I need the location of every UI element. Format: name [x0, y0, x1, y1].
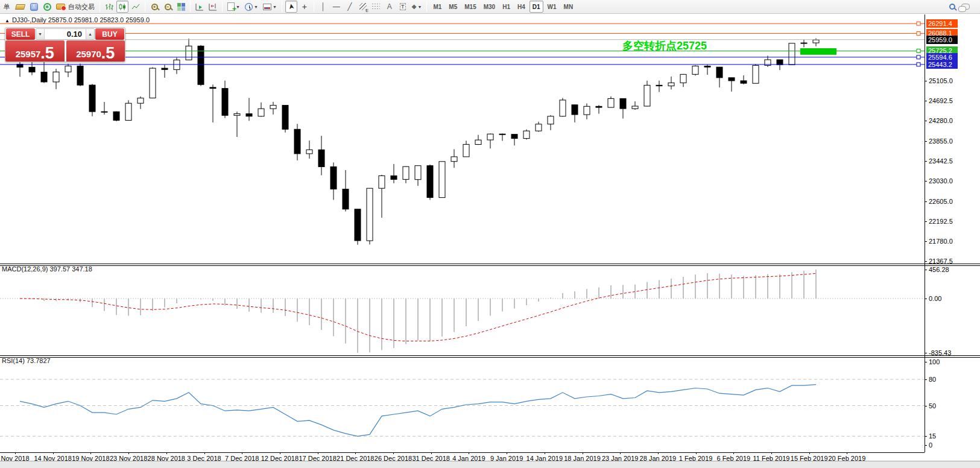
chart-bottom-border — [0, 452, 925, 453]
crosshair-button[interactable]: + — [299, 1, 311, 13]
volume-field[interactable]: 0.10 — [45, 29, 86, 39]
candle — [391, 176, 397, 179]
price-scale-label: 22605.0 — [929, 198, 953, 206]
candle — [379, 176, 385, 188]
chart-title: ▲DJ30-,Daily 25875.0 25981.0 25823.0 259… — [5, 16, 150, 24]
pane-separator[interactable] — [0, 264, 980, 264]
buy-price: 25970 — [76, 47, 101, 62]
candle — [463, 144, 469, 157]
price-line-label: 25443.2 — [926, 60, 958, 69]
candle — [741, 81, 747, 83]
templates-button[interactable]: ▼ — [261, 1, 279, 13]
candle — [680, 74, 686, 83]
candle — [198, 46, 204, 84]
timeframe-m15[interactable]: M15 — [461, 1, 479, 13]
new-order-button[interactable]: 单 — [1, 1, 13, 13]
candle — [668, 83, 674, 86]
tile-windows-icon[interactable] — [175, 1, 187, 13]
sell-price-panel[interactable]: 25957.5 — [5, 40, 65, 62]
autotrade-label: 自动交易 — [68, 2, 95, 11]
trendline-button[interactable]: ╱ — [344, 1, 356, 13]
gold-bar-icon[interactable] — [14, 1, 27, 13]
one-click-trading-panel: SELL ▼ 0.10 ▲ BUY 25957.5 25970.5 — [5, 27, 125, 62]
vertical-line-button[interactable]: │ — [317, 1, 329, 13]
chart-shift-icon[interactable] — [207, 1, 219, 13]
candle — [318, 150, 324, 166]
bar-chart-icon[interactable] — [103, 1, 115, 13]
candle — [584, 106, 590, 115]
timeframe-mn[interactable]: MN — [561, 1, 577, 13]
line-handle[interactable] — [917, 31, 920, 35]
candle — [560, 100, 566, 116]
pane-separator[interactable] — [0, 265, 980, 266]
periods-button[interactable]: ▼ — [243, 1, 260, 13]
candle — [65, 66, 71, 72]
line-handle[interactable] — [917, 63, 920, 66]
zoom-in-icon[interactable]: + — [148, 1, 160, 13]
candle — [258, 109, 264, 116]
autotrade-button[interactable]: 自动交易 — [54, 1, 96, 13]
candle — [439, 162, 445, 198]
highlight-rect[interactable] — [800, 48, 836, 55]
candle — [403, 166, 409, 179]
candle — [813, 40, 819, 43]
buy-price-frac: .5 — [101, 45, 115, 62]
candle — [487, 134, 493, 140]
channel-button[interactable]: E — [357, 1, 369, 13]
auto-scroll-icon[interactable] — [194, 1, 206, 13]
price-axis-line — [925, 14, 925, 452]
volume-down-button[interactable]: ▼ — [36, 29, 45, 39]
autotrade-folder-icon — [56, 4, 65, 10]
candle — [427, 166, 433, 198]
arrows-button[interactable]: ◆▼ — [410, 1, 424, 13]
rsi-scale-label: 0 — [929, 441, 932, 449]
timeframe-d1[interactable]: D1 — [530, 1, 543, 13]
indicators-button[interactable]: +▼ — [226, 1, 242, 13]
candle — [186, 46, 192, 60]
search-icon[interactable] — [946, 1, 958, 13]
volume-stepper: ▼ 0.10 ▲ — [36, 28, 95, 40]
signal-icon[interactable]: ◉ — [41, 1, 53, 13]
timeframe-m30[interactable]: M30 — [481, 1, 498, 13]
candle — [511, 134, 517, 139]
chart-canvas[interactable] — [0, 14, 980, 452]
rsi-label: RSI(14) 73.7827 — [2, 357, 51, 364]
chat-icon[interactable] — [959, 1, 972, 13]
buy-button[interactable]: BUY — [95, 28, 124, 40]
candle — [777, 60, 783, 65]
line-chart-icon[interactable] — [130, 1, 142, 13]
pane-separator[interactable] — [0, 355, 980, 356]
buy-price-panel[interactable]: 25970.5 — [66, 40, 125, 62]
chart-annotation[interactable]: 多空转折点25725 — [622, 39, 707, 53]
timeframe-w1[interactable]: W1 — [545, 1, 560, 13]
candle — [620, 98, 626, 109]
candle — [53, 72, 59, 82]
candle — [656, 85, 662, 86]
label-button[interactable]: T — [397, 1, 409, 13]
macd-scale-label: -835.43 — [929, 349, 951, 357]
line-handle[interactable] — [917, 22, 920, 25]
line-handle[interactable] — [917, 49, 920, 52]
contacts-icon[interactable]: ♙ — [28, 1, 40, 13]
price-scale-label: 23030.0 — [929, 177, 953, 185]
timeframe-m1[interactable]: M1 — [430, 1, 444, 13]
horizontal-line-button[interactable]: — — [330, 1, 343, 13]
main-toolbar: 单 ♙ ◉ 自动交易 + − +▼ ▼ ▼ ➤ + │ — ╱ E F A T … — [0, 0, 980, 14]
zoom-out-icon[interactable]: − — [162, 1, 174, 13]
candle — [355, 209, 361, 241]
pane-separator[interactable] — [0, 357, 980, 358]
line-handle[interactable] — [917, 55, 920, 59]
price-scale-label: 22192.5 — [929, 218, 953, 226]
volume-up-button[interactable]: ▲ — [86, 29, 94, 39]
timeframe-m5[interactable]: M5 — [446, 1, 460, 13]
fibonacci-button[interactable]: F — [370, 1, 382, 13]
sell-button[interactable]: SELL — [6, 28, 35, 40]
candlestick-chart-icon[interactable] — [116, 1, 128, 13]
candle — [596, 106, 602, 107]
candle — [704, 66, 710, 68]
candle — [294, 129, 300, 154]
timeframe-h1[interactable]: H1 — [499, 1, 513, 13]
text-button[interactable]: A — [384, 1, 396, 13]
timeframe-h4[interactable]: H4 — [514, 1, 528, 13]
cursor-button[interactable]: ➤ — [285, 1, 297, 13]
